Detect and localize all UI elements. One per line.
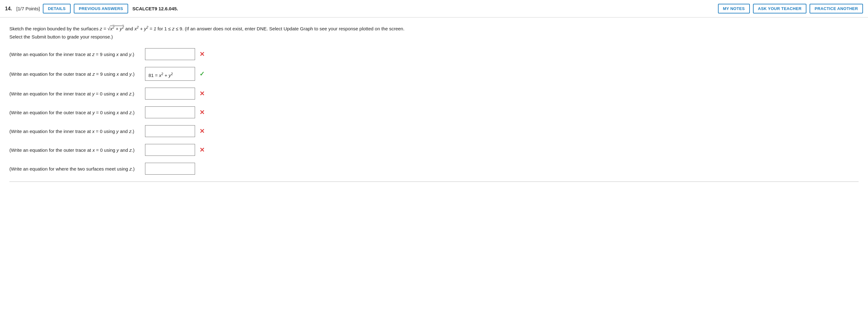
bottom-divider (9, 181, 859, 182)
previous-answers-button[interactable]: PREVIOUS ANSWERS (74, 4, 128, 13)
question-row-6: (Write an equation for the outer trace a… (9, 144, 859, 156)
question-row-1: (Write an equation for the inner trace a… (9, 48, 859, 60)
status-icon-2: ✓ (199, 70, 205, 78)
question-row-3: (Write an equation for the inner trace a… (9, 88, 859, 100)
question-label-1: (Write an equation for the inner trace a… (9, 52, 141, 57)
answer-input-4[interactable] (145, 106, 195, 118)
question-number: 14. (5, 6, 12, 11)
question-label-6: (Write an equation for the outer trace a… (9, 147, 141, 153)
question-row-5: (Write an equation for the inner trace a… (9, 125, 859, 137)
question-label-7: (Write an equation for where the two sur… (9, 166, 141, 171)
status-icon-5: ✕ (199, 127, 205, 135)
answer-input-7[interactable] (145, 163, 195, 175)
my-notes-button[interactable]: MY NOTES (718, 4, 750, 13)
answer-input-5[interactable] (145, 125, 195, 137)
scalcet-label: SCALCET9 12.6.045. (132, 6, 715, 11)
question-label-2: (Write an equation for the outer trace a… (9, 72, 141, 77)
question-label-3: (Write an equation for the inner trace a… (9, 91, 141, 96)
practice-another-button[interactable]: PRACTICE ANOTHER (810, 4, 863, 13)
status-icon-4: ✕ (199, 109, 205, 116)
question-row-7: (Write an equation for where the two sur… (9, 163, 859, 175)
status-icon-6: ✕ (199, 146, 205, 154)
answer-input-3[interactable] (145, 88, 195, 100)
status-icon-1: ✕ (199, 50, 205, 58)
ask-teacher-button[interactable]: ASK YOUR TEACHER (753, 4, 807, 13)
main-content: Sketch the region bounded by the surface… (0, 18, 868, 191)
question-label-5: (Write an equation for the inner trace a… (9, 129, 141, 134)
answer-input-6[interactable] (145, 144, 195, 156)
header-bar: 14. [1/7 Points] DETAILS PREVIOUS ANSWER… (0, 0, 868, 18)
question-row-4: (Write an equation for the outer trace a… (9, 106, 859, 118)
points-label: [1/7 Points] (16, 6, 40, 11)
question-row-2: (Write an equation for the outer trace a… (9, 67, 859, 81)
details-button[interactable]: DETAILS (43, 4, 71, 13)
answer-input-1[interactable] (145, 48, 195, 60)
question-label-4: (Write an equation for the outer trace a… (9, 110, 141, 115)
problem-description: Sketch the region bounded by the surface… (9, 24, 509, 41)
right-buttons-group: MY NOTES ASK YOUR TEACHER PRACTICE ANOTH… (718, 4, 863, 13)
answer-display-2: 81 = x2 + y2 (145, 67, 195, 81)
math-cylinder-expr: x2 + y2 = 1 (134, 26, 156, 31)
math-z-expr: z = √x2 + y2 (100, 26, 124, 31)
status-icon-3: ✕ (199, 90, 205, 97)
